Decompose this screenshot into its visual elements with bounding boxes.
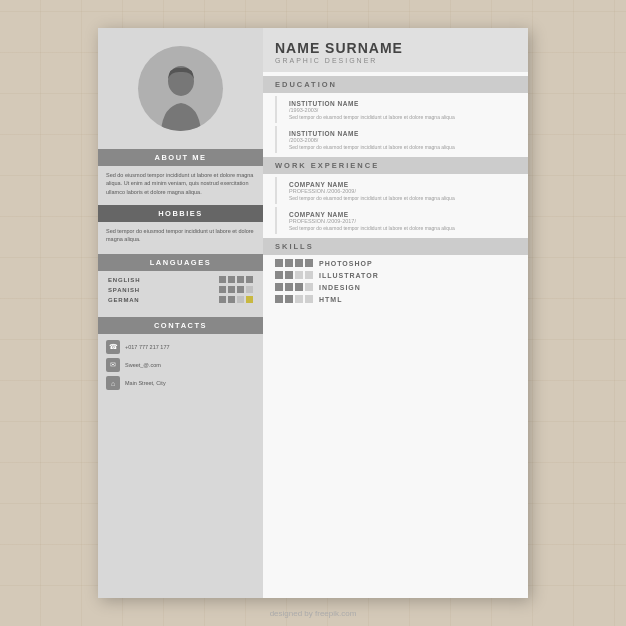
dot-2 [228, 286, 235, 293]
education-item-2: INSTITUTION NAME /2003-2008/ Sed tempor … [275, 126, 516, 153]
edu-year-1: /1993-2003/ [289, 107, 504, 113]
name-header: NAME SURNAME GRAPHIC DESIGNER [263, 28, 528, 72]
profession-subtitle: GRAPHIC DESIGNER [275, 57, 516, 64]
dot-1 [219, 276, 226, 283]
work-desc-1: Sed tempor do eiusmod tempor incididunt … [289, 195, 504, 202]
html-label: HTML [319, 296, 516, 303]
dot-4 [246, 296, 253, 303]
edu-institution-1: INSTITUTION NAME [289, 100, 504, 107]
html-dots [275, 295, 313, 303]
work-profession-2: PROFESSION /2009-2017/ [289, 218, 504, 224]
skills-section: PHOTOSHOP ILLUSTRATOR [263, 255, 528, 311]
dot-1 [219, 286, 226, 293]
avatar-area [98, 28, 263, 143]
skill-indesign: INDESIGN [275, 283, 516, 291]
lang-spanish-label: SPANISH [108, 287, 153, 293]
phone-text: +017 777 217 177 [125, 344, 170, 350]
edu-desc-2: Sed tempor do eiusmod tempor incididunt … [289, 144, 504, 151]
illustrator-dots [275, 271, 313, 279]
work-company-1: COMPANY NAME [289, 181, 504, 188]
lang-german-label: GERMAN [108, 297, 153, 303]
work-profession-1: PROFESSION /2006-2009/ [289, 188, 504, 194]
work-item-2: COMPANY NAME PROFESSION /2009-2017/ Sed … [275, 207, 516, 234]
work-company-2: COMPANY NAME [289, 211, 504, 218]
skill-illustrator: ILLUSTRATOR [275, 271, 516, 279]
illustrator-label: ILLUSTRATOR [319, 272, 516, 279]
language-row-spanish: SPANISH [108, 286, 253, 293]
dot-3 [237, 296, 244, 303]
email-icon: ✉ [106, 358, 120, 372]
contact-phone: ☎ +017 777 217 177 [98, 338, 263, 356]
contact-email: ✉ Sweet_@.com [98, 356, 263, 374]
lang-english-label: ENGLISH [108, 277, 153, 283]
contacts-section: ☎ +017 777 217 177 ✉ Sweet_@.com ⌂ Main … [98, 338, 263, 392]
indesign-dots [275, 283, 313, 291]
dot-4 [246, 286, 253, 293]
edu-institution-2: INSTITUTION NAME [289, 130, 504, 137]
dot-2 [228, 296, 235, 303]
avatar-silhouette [151, 61, 211, 131]
photoshop-label: PHOTOSHOP [319, 260, 516, 267]
dot-1 [219, 296, 226, 303]
work-item-1: COMPANY NAME PROFESSION /2006-2009/ Sed … [275, 177, 516, 204]
freepik-credit: designed by freepik.com [270, 609, 357, 618]
photoshop-dots [275, 259, 313, 267]
hobbies-text: Sed tempor do eiusmod tempor incididunt … [98, 222, 263, 249]
hobbies-header: HOBBIES [98, 205, 263, 222]
indesign-label: INDESIGN [319, 284, 516, 291]
left-column: ABOUT ME Sed do eiusmod tempor incididun… [98, 28, 263, 598]
languages-header: LANGUAGES [98, 254, 263, 271]
phone-icon: ☎ [106, 340, 120, 354]
dot-4 [246, 276, 253, 283]
about-text: Sed do eiusmod tempor incididunt ut labo… [98, 166, 263, 201]
contacts-header: CONTACTS [98, 317, 263, 334]
address-text: Main Street, City [125, 380, 166, 386]
education-header: EDUCATION [263, 76, 528, 93]
avatar-circle [138, 46, 223, 131]
email-text: Sweet_@.com [125, 362, 161, 368]
languages-section: ENGLISH SPANISH GE [98, 271, 263, 311]
dot-3 [237, 286, 244, 293]
skills-header: SKILLS [263, 238, 528, 255]
language-row-english: ENGLISH [108, 276, 253, 283]
resume-card: ABOUT ME Sed do eiusmod tempor incididun… [98, 28, 528, 598]
contact-address: ⌂ Main Street, City [98, 374, 263, 392]
lang-english-dots [219, 276, 253, 283]
right-column: NAME SURNAME GRAPHIC DESIGNER EDUCATION … [263, 28, 528, 598]
lang-german-dots [219, 296, 253, 303]
skill-html: HTML [275, 295, 516, 303]
work-header: WORK EXPERIENCE [263, 157, 528, 174]
about-me-header: ABOUT ME [98, 149, 263, 166]
education-item-1: INSTITUTION NAME /1993-2003/ Sed tempor … [275, 96, 516, 123]
name-title: NAME SURNAME [275, 40, 516, 56]
dot-2 [228, 276, 235, 283]
edu-desc-1: Sed tempor do eiusmod tempor incididunt … [289, 114, 504, 121]
language-row-german: GERMAN [108, 296, 253, 303]
dot-3 [237, 276, 244, 283]
work-desc-2: Sed tempor do eiusmod tempor incididunt … [289, 225, 504, 232]
address-icon: ⌂ [106, 376, 120, 390]
skill-photoshop: PHOTOSHOP [275, 259, 516, 267]
edu-year-2: /2003-2008/ [289, 137, 504, 143]
lang-spanish-dots [219, 286, 253, 293]
